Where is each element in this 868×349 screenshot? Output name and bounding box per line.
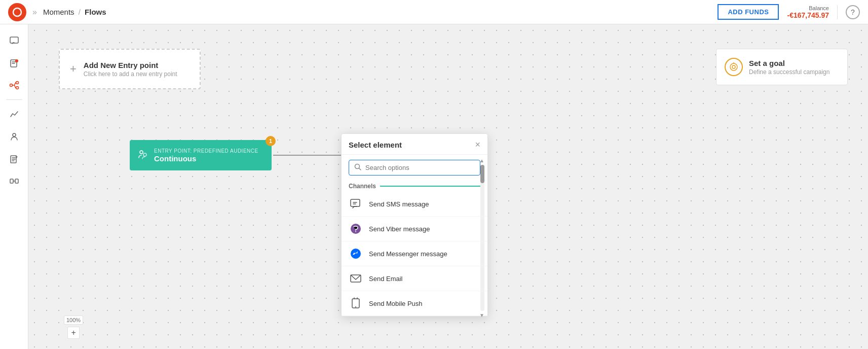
breadcrumb-parent[interactable]: Moments [43, 8, 74, 16]
svg-point-7 [13, 133, 16, 136]
add-entry-plus-icon: + [70, 62, 77, 76]
balance-amount: -€167,745.97 [787, 11, 829, 19]
channel-item-viber[interactable]: Send Viber message [342, 217, 487, 241]
sidebar-divider-1 [6, 99, 22, 100]
set-goal-card[interactable]: Set a goal Define a successful campaign [716, 49, 848, 85]
sidebar-item-flows[interactable] [4, 75, 24, 95]
add-entry-subtitle: Click here to add a new entry point [84, 71, 177, 78]
zoom-in-button[interactable]: + [67, 327, 80, 339]
svg-point-11 [730, 63, 737, 71]
channel-push-label: Send Mobile Push [369, 300, 423, 307]
header: » Moments / Flows ADD FUNDS Balance -€16… [0, 0, 868, 24]
add-entry-title: Add New Entry point [84, 61, 177, 69]
goal-icon [725, 58, 743, 76]
header-actions: ADD FUNDS Balance -€167,745.97 ? [718, 4, 860, 20]
scrollbar-thumb[interactable] [480, 165, 484, 183]
entry-node-name: Continuous [154, 154, 258, 163]
sidebar-item-integrations[interactable] [4, 171, 24, 191]
email-icon [349, 271, 363, 286]
svg-rect-10 [15, 179, 18, 183]
svg-point-4 [10, 84, 12, 87]
balance-label: Balance [787, 5, 829, 11]
dialog-title: Select element [349, 141, 402, 149]
scrollbar-track: ▲ ▼ [480, 165, 484, 311]
svg-point-6 [16, 87, 18, 89]
balance-block: Balance -€167,745.97 [787, 5, 829, 19]
sms-icon [349, 197, 363, 211]
scroll-down-icon[interactable]: ▼ [479, 312, 484, 318]
messenger-icon [349, 247, 363, 261]
svg-rect-18 [351, 199, 360, 206]
svg-point-3 [15, 59, 18, 62]
breadcrumb-separator: / [79, 8, 81, 16]
svg-point-14 [140, 151, 143, 154]
sidebar [0, 24, 28, 349]
channel-email-label: Send Email [369, 275, 402, 283]
header-divider [837, 5, 838, 19]
add-funds-button[interactable]: ADD FUNDS [718, 4, 779, 20]
logo [8, 3, 26, 21]
zoom-control: 100% + [64, 316, 83, 339]
entry-node-badge: 1 [266, 136, 276, 146]
sidebar-item-campaigns[interactable] [4, 53, 24, 73]
main-layout: + Add New Entry point Click here to add … [0, 24, 868, 349]
svg-rect-1 [10, 37, 18, 43]
help-button[interactable]: ? [846, 5, 860, 19]
search-input[interactable] [365, 164, 475, 171]
expand-icon[interactable]: » [32, 8, 37, 17]
svg-point-12 [732, 65, 735, 68]
section-underline [380, 186, 480, 187]
dialog-close-button[interactable]: × [475, 140, 480, 149]
channel-item-email[interactable]: Send Email [342, 266, 487, 291]
entry-node-icon [137, 148, 149, 162]
sidebar-item-analytics[interactable] [4, 104, 24, 124]
select-element-dialog: Select element × ▲ ▼ [341, 133, 488, 317]
svg-point-5 [16, 82, 18, 84]
connector-line [273, 155, 344, 156]
channels-section-label: Channels [342, 181, 487, 192]
channel-messenger-label: Send Messenger message [369, 250, 447, 258]
search-box [349, 160, 480, 176]
entry-node-label: ENTRY POINT: PREDEFINED AUDIENCE [154, 148, 258, 154]
add-entry-text: Add New Entry point Click here to add a … [84, 61, 177, 78]
channel-item-push[interactable]: Send Mobile Push [342, 291, 487, 316]
dialog-body: ▲ ▼ Channels [342, 160, 487, 316]
svg-line-17 [359, 168, 361, 170]
channel-viber-label: Send Viber message [369, 225, 430, 233]
goal-title: Set a goal [749, 59, 829, 67]
breadcrumb-current: Flows [85, 8, 106, 16]
connector-arrow: ▶ [273, 150, 349, 160]
scroll-up-icon[interactable]: ▲ [479, 158, 484, 163]
svg-point-15 [143, 153, 146, 156]
flow-canvas: + Add New Entry point Click here to add … [28, 24, 868, 349]
entry-node-text: ENTRY POINT: PREDEFINED AUDIENCE Continu… [154, 148, 258, 163]
svg-point-0 [13, 8, 21, 16]
goal-text: Set a goal Define a successful campaign [749, 59, 829, 76]
channel-item-messenger[interactable]: Send Messenger message [342, 241, 487, 266]
dialog-header: Select element × [342, 134, 487, 155]
add-entry-point-card[interactable]: + Add New Entry point Click here to add … [59, 49, 201, 89]
viber-icon [349, 222, 363, 236]
channel-sms-label: Send SMS message [369, 200, 429, 208]
goal-subtitle: Define a successful campaign [749, 68, 829, 76]
sidebar-item-chat[interactable] [4, 30, 24, 51]
zoom-level: 100% [64, 316, 83, 325]
sidebar-item-reports[interactable] [4, 149, 24, 169]
entry-node[interactable]: 1 ENTRY POINT: PREDEFINED AUDIENCE Conti… [130, 140, 272, 170]
push-icon [349, 296, 363, 310]
sidebar-item-audience[interactable] [4, 126, 24, 147]
svg-rect-9 [10, 179, 13, 183]
breadcrumb: Moments / Flows [43, 8, 106, 16]
search-icon [354, 163, 361, 172]
channel-item-sms[interactable]: Send SMS message [342, 192, 487, 217]
